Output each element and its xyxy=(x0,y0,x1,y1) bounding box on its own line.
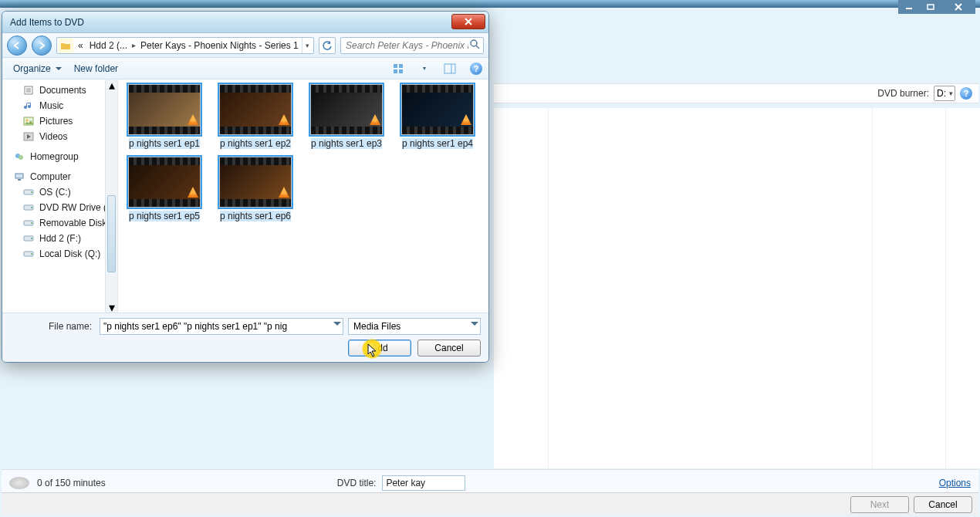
file-item[interactable]: p nights ser1 ep3 xyxy=(305,84,388,149)
tree-item-icon xyxy=(22,100,35,112)
parent-footer: Next Cancel xyxy=(2,492,978,515)
svg-point-6 xyxy=(471,40,477,46)
nav-refresh-button[interactable] xyxy=(319,37,336,54)
scroll-thumb[interactable] xyxy=(107,195,116,272)
svg-rect-11 xyxy=(399,69,403,73)
chevron-right-icon: ▸ xyxy=(130,41,137,49)
nav-tree[interactable]: DocumentsMusicPicturesVideosHomegroupCom… xyxy=(2,79,118,313)
file-item[interactable]: p nights ser1 ep6 xyxy=(214,157,297,221)
tree-item-drive[interactable]: Removable Disk ( xyxy=(8,215,117,231)
file-label: p nights ser1 ep6 xyxy=(220,211,291,221)
video-thumbnail xyxy=(128,157,201,208)
tree-item-icon xyxy=(22,84,35,96)
tree-item-homegroup[interactable]: Homegroup xyxy=(8,149,117,164)
dialog-titlebar[interactable]: Add Items to DVD xyxy=(2,12,488,33)
tree-item-icon xyxy=(22,186,35,198)
parent-maximize-button[interactable] xyxy=(920,0,941,14)
breadcrumb-prefix: « xyxy=(75,40,86,51)
search-box[interactable] xyxy=(340,37,484,54)
breadcrumb-seg-1[interactable]: Peter Kays - Phoenix Nights - Series 1 xyxy=(137,40,302,51)
dialog-cancel-button[interactable]: Cancel xyxy=(417,340,481,356)
next-button[interactable]: Next xyxy=(850,496,909,513)
dialog-nav: « Hdd 2 (... ▸ Peter Kays - Phoenix Nigh… xyxy=(2,33,488,58)
svg-point-34 xyxy=(31,253,32,255)
breadcrumb-history-dropdown[interactable]: ▾ xyxy=(302,38,313,53)
refresh-icon xyxy=(322,40,333,51)
vlc-cone-icon xyxy=(188,187,198,198)
tree-item-library[interactable]: Videos xyxy=(8,129,117,144)
tree-item-computer[interactable]: Computer xyxy=(8,169,117,184)
tree-item-icon xyxy=(22,201,35,214)
search-input[interactable] xyxy=(344,39,470,52)
file-list[interactable]: p nights ser1 ep1 p nights ser1 ep2 p ni… xyxy=(118,79,488,313)
file-item[interactable]: p nights ser1 ep2 xyxy=(214,84,297,149)
tree-item-drive[interactable]: DVD RW Drive (D xyxy=(8,200,117,215)
cancel-button[interactable]: Cancel xyxy=(914,496,972,513)
vlc-cone-icon xyxy=(279,114,289,125)
file-label: p nights ser1 ep5 xyxy=(129,211,200,221)
svg-rect-24 xyxy=(18,179,21,181)
tree-item-library[interactable]: Pictures xyxy=(8,113,117,129)
file-item[interactable]: p nights ser1 ep1 xyxy=(123,84,206,149)
new-folder-button[interactable]: New folder xyxy=(74,63,118,74)
chevron-down-icon: ▾ xyxy=(306,42,309,49)
file-dialog: Add Items to DVD « Hdd 2 (... ▸ Peter Ka… xyxy=(2,11,489,363)
parent-body xyxy=(494,108,980,468)
breadcrumb-seg-0[interactable]: Hdd 2 (... xyxy=(86,40,130,51)
tree-item-drive[interactable]: Local Disk (Q:) xyxy=(8,246,117,262)
parent-close-button[interactable] xyxy=(941,0,975,14)
organize-button[interactable]: Organize xyxy=(8,61,63,76)
view-mode-dropdown[interactable]: ▾ xyxy=(419,61,430,76)
dvd-burner-value: D: xyxy=(937,88,946,99)
preview-pane-button[interactable] xyxy=(441,61,459,76)
dialog-toolbar: Organize New folder ▾ ? xyxy=(2,58,488,79)
scroll-up-icon[interactable]: ▴ xyxy=(106,79,117,90)
file-type-filter[interactable] xyxy=(348,318,481,335)
svg-rect-10 xyxy=(394,69,397,73)
parent-minimize-button[interactable] xyxy=(898,0,920,14)
tree-scrollbar[interactable]: ▴ ▾ xyxy=(105,79,117,313)
breadcrumb[interactable]: « Hdd 2 (... ▸ Peter Kays - Phoenix Nigh… xyxy=(56,37,314,54)
help-icon[interactable]: ? xyxy=(960,87,972,100)
disc-icon xyxy=(9,477,29,489)
vlc-cone-icon xyxy=(461,114,471,125)
parent-titlebar xyxy=(0,0,980,8)
svg-point-26 xyxy=(31,191,32,193)
nav-back-button[interactable] xyxy=(7,35,27,56)
video-thumbnail xyxy=(401,84,474,135)
svg-line-7 xyxy=(476,46,479,49)
tree-item-library[interactable]: Documents xyxy=(8,83,117,98)
svg-rect-8 xyxy=(394,64,397,68)
options-link[interactable]: Options xyxy=(939,478,971,488)
dialog-bottom: File name: Add Cancel xyxy=(2,313,488,362)
svg-rect-9 xyxy=(399,64,403,68)
tree-item-library[interactable]: Music xyxy=(8,98,117,113)
video-thumbnail xyxy=(219,84,292,135)
scroll-down-icon[interactable]: ▾ xyxy=(106,302,117,313)
folder-icon xyxy=(59,38,73,53)
dvd-title-input[interactable] xyxy=(382,475,465,491)
dialog-help-icon[interactable]: ? xyxy=(470,63,482,75)
view-mode-button[interactable] xyxy=(390,61,408,76)
dialog-close-button[interactable] xyxy=(451,14,485,29)
close-icon xyxy=(464,18,473,25)
dvd-burner-select[interactable]: D: ▾ xyxy=(934,86,955,101)
svg-point-32 xyxy=(31,238,32,239)
file-item[interactable]: p nights ser1 ep5 xyxy=(123,157,206,221)
vlc-cone-icon xyxy=(370,114,380,125)
file-name-input[interactable] xyxy=(100,318,343,335)
tree-item-drive[interactable]: OS (C:) xyxy=(8,184,117,200)
file-name-label: File name: xyxy=(10,321,95,332)
file-label: p nights ser1 ep2 xyxy=(220,138,291,149)
tree-item-drive[interactable]: Hdd 2 (F:) xyxy=(8,231,117,246)
arrow-left-icon xyxy=(12,41,22,50)
nav-forward-button[interactable] xyxy=(32,35,52,56)
dialog-title: Add Items to DVD xyxy=(10,17,84,28)
dialog-body: DocumentsMusicPicturesVideosHomegroupCom… xyxy=(2,79,488,313)
preview-pane-icon xyxy=(444,63,456,74)
parent-toolbar: DVD burner: D: ▾ ? xyxy=(494,83,978,103)
video-thumbnail xyxy=(310,84,383,135)
dvd-burner-label: DVD burner: xyxy=(877,88,929,99)
add-button[interactable]: Add xyxy=(348,340,411,356)
file-item[interactable]: p nights ser1 ep4 xyxy=(396,84,479,149)
